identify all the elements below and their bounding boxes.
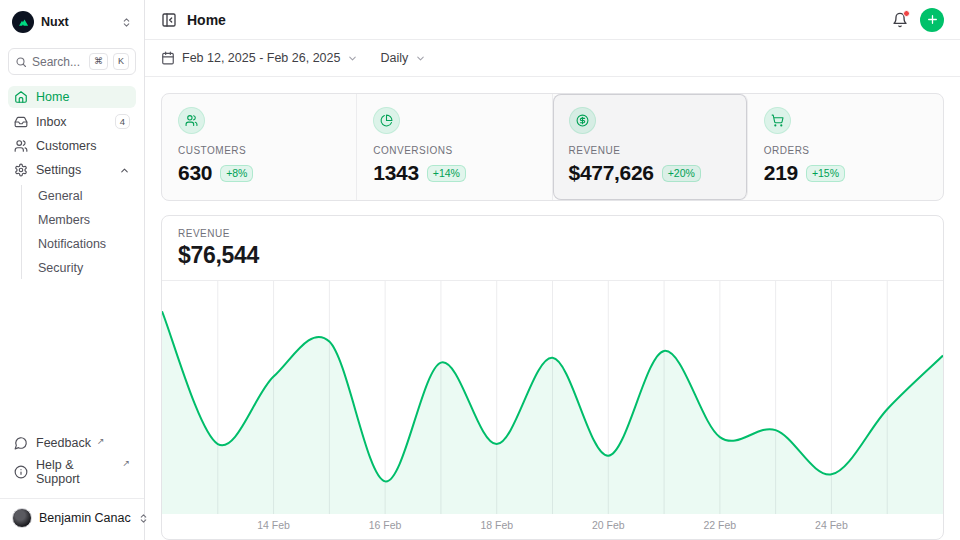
plus-icon — [926, 13, 939, 26]
user-name: Benjamin Canac — [39, 511, 131, 525]
x-axis-tick-label: 16 Feb — [369, 519, 402, 531]
sidebar-item-home[interactable]: Home — [8, 86, 136, 108]
x-axis-tick-label: 20 Feb — [592, 519, 625, 531]
stat-value: 630 — [178, 161, 212, 185]
info-circle-icon — [14, 465, 28, 479]
revenue-chart-card: REVENUE $76,544 14 Feb 16 Feb 18 Feb 20 … — [161, 215, 944, 540]
chevron-down-icon — [415, 53, 426, 64]
stat-delta-badge: +14% — [427, 165, 466, 182]
sidebar-item-label: Customers — [36, 139, 96, 153]
calendar-icon — [161, 51, 175, 65]
external-link-icon: ↗ — [122, 458, 130, 468]
notification-dot — [903, 10, 910, 17]
sidebar-item-settings[interactable]: Settings — [8, 159, 136, 181]
x-axis-tick-label: 18 Feb — [480, 519, 513, 531]
shopping-cart-icon — [764, 107, 791, 134]
sidebar-item-customers[interactable]: Customers — [8, 135, 136, 157]
sidebar-item-notifications[interactable]: Notifications — [36, 233, 136, 255]
search-icon — [15, 56, 27, 68]
stats-row: CUSTOMERS 630 +8% CONVERSIONS 1343 +14% — [161, 93, 944, 201]
granularity-value: Daily — [380, 51, 408, 65]
feedback-label: Feedback — [36, 436, 91, 450]
users-icon — [14, 139, 28, 153]
workspace-selector[interactable]: Nuxt — [8, 9, 136, 35]
kbd-k: K — [113, 53, 129, 70]
content: CUSTOMERS 630 +8% CONVERSIONS 1343 +14% — [145, 77, 960, 540]
date-range-value: Feb 12, 2025 - Feb 26, 2025 — [182, 51, 340, 65]
sidebar-collapse-button[interactable] — [161, 12, 177, 28]
workspace-name: Nuxt — [41, 15, 114, 29]
stat-label: CONVERSIONS — [373, 145, 535, 156]
chart-metric-label: REVENUE — [178, 228, 927, 239]
filters-toolbar: Feb 12, 2025 - Feb 26, 2025 Daily — [145, 40, 960, 77]
settings-sub-list: General Members Notifications Security — [21, 185, 136, 279]
inbox-count-badge: 4 — [115, 114, 130, 129]
sidebar-item-security[interactable]: Security — [36, 257, 136, 279]
top-header: Home — [145, 0, 960, 40]
help-support-label: Help & Support — [36, 458, 116, 486]
x-axis-tick-label: 14 Feb — [257, 519, 290, 531]
stat-delta-badge: +20% — [662, 165, 701, 182]
stat-value: 1343 — [373, 161, 419, 185]
kbd-cmd: ⌘ — [89, 53, 108, 70]
home-icon — [14, 90, 28, 104]
stat-value: $477,626 — [569, 161, 654, 185]
search-input[interactable]: Search... ⌘ K — [8, 48, 136, 75]
sidebar-item-members[interactable]: Members — [36, 209, 136, 231]
page-title: Home — [187, 12, 226, 28]
add-button[interactable] — [920, 8, 944, 32]
stat-card-conversions[interactable]: CONVERSIONS 1343 +14% — [357, 94, 552, 200]
sidebar-item-label: Home — [36, 90, 69, 104]
user-menu[interactable]: Benjamin Canac — [8, 499, 136, 530]
stat-delta-badge: +8% — [220, 165, 253, 182]
stat-label: ORDERS — [764, 145, 927, 156]
chart-metric-value: $76,544 — [178, 242, 927, 269]
date-range-picker[interactable]: Feb 12, 2025 - Feb 26, 2025 — [161, 51, 358, 65]
circle-dollar-icon — [569, 107, 596, 134]
revenue-area-chart — [162, 281, 943, 514]
sidebar-item-label: Settings — [36, 163, 81, 177]
help-support-link[interactable]: Help & Support ↗ — [8, 454, 136, 490]
chart-pie-icon — [373, 107, 400, 134]
sidebar-item-label: Inbox — [36, 115, 67, 129]
sidebar-item-general[interactable]: General — [36, 185, 136, 207]
search-placeholder: Search... — [32, 55, 84, 69]
stat-card-customers[interactable]: CUSTOMERS 630 +8% — [162, 94, 357, 200]
chart-header: REVENUE $76,544 — [162, 216, 943, 281]
chart-plot-area[interactable] — [162, 281, 943, 514]
x-axis-tick-label: 24 Feb — [815, 519, 848, 531]
feedback-link[interactable]: Feedback ↗ — [8, 432, 136, 454]
chevron-up-icon — [119, 165, 130, 176]
granularity-select[interactable]: Daily — [380, 51, 426, 65]
users-icon — [178, 107, 205, 134]
chart-x-axis: 14 Feb 16 Feb 18 Feb 20 Feb 22 Feb 24 Fe… — [162, 514, 943, 539]
stat-label: REVENUE — [569, 145, 731, 156]
stat-value: 219 — [764, 161, 798, 185]
sidebar-nav: Home Inbox 4 Customers Settings Ge — [8, 86, 136, 279]
notifications-button[interactable] — [892, 12, 908, 28]
inbox-icon — [14, 115, 28, 129]
nuxt-logo-icon — [12, 11, 34, 33]
main-area: Home Feb 12, 2025 - Feb 26, 2025 Daily — [145, 0, 960, 540]
stat-card-revenue[interactable]: REVENUE $477,626 +20% — [553, 94, 748, 200]
stat-card-orders[interactable]: ORDERS 219 +15% — [748, 94, 943, 200]
x-axis-tick-label: 22 Feb — [704, 519, 737, 531]
stat-delta-badge: +15% — [806, 165, 845, 182]
gear-icon — [14, 163, 28, 177]
stat-label: CUSTOMERS — [178, 145, 340, 156]
avatar — [12, 508, 32, 528]
sidebar-spacer — [8, 279, 136, 432]
external-link-icon: ↗ — [97, 436, 105, 446]
sidebar-item-inbox[interactable]: Inbox 4 — [8, 110, 136, 133]
chevron-down-icon — [347, 53, 358, 64]
sidebar: Nuxt Search... ⌘ K Home Inbox 4 — [0, 0, 145, 540]
chevrons-up-down-icon — [121, 17, 132, 28]
chat-bubble-icon — [14, 436, 28, 450]
